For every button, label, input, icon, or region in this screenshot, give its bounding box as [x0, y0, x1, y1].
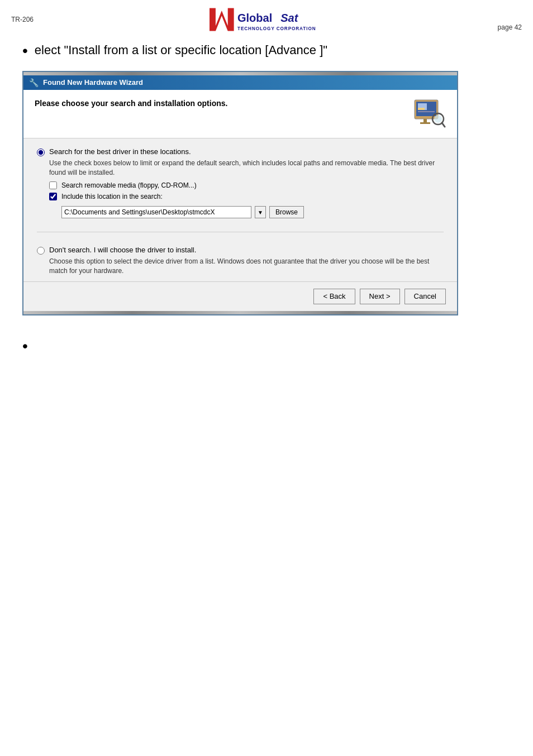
bottom-bullet-section: • [0, 327, 533, 366]
radio-option-2-label: Don't search. I will choose the driver t… [49, 246, 196, 254]
separator [37, 232, 444, 232]
radio-option-1-row[interactable]: Search for the best driver in these loca… [37, 147, 444, 156]
bullet-dot: • [22, 42, 28, 60]
checkbox-1-label: Search removable media (floppy, CD-ROM..… [61, 181, 197, 189]
bullet-item: • elect "Install from a list or specific… [22, 42, 511, 60]
svg-rect-8 [418, 108, 425, 110]
radio-option-2-row[interactable]: Don't search. I will choose the driver t… [37, 246, 444, 255]
bottom-bullet-dot: • [22, 337, 28, 355]
svg-rect-7 [418, 111, 435, 112]
radio-dont-search[interactable] [37, 247, 45, 255]
checkbox-2-label: Include this location in the search: [61, 193, 163, 200]
radio-option-1-desc: Use the check boxes below to limit or ex… [49, 159, 444, 178]
path-row: ▼ Browse [61, 206, 444, 218]
svg-text:Sat: Sat [281, 12, 299, 24]
checkbox-removable-media[interactable] [49, 181, 57, 189]
browse-button[interactable]: Browse [269, 206, 304, 218]
wizard-heading: Please choose your search and installati… [35, 99, 227, 108]
wizard-title: Found New Hardware Wizard [43, 78, 143, 87]
checkbox-include-location[interactable] [49, 193, 57, 200]
radio-group: Search for the best driver in these loca… [37, 147, 444, 276]
radio-search-best[interactable] [37, 149, 45, 156]
wizard-dialog: 🔧 Found New Hardware Wizard Please choos… [22, 71, 458, 315]
svg-text:TECHNOLOGY CORPORATION: TECHNOLOGY CORPORATION [237, 26, 316, 31]
page-number: page 42 [498, 23, 522, 34]
page-label: TR-206 [11, 16, 34, 23]
instruction-section: • elect "Install from a list or specific… [0, 34, 533, 65]
wizard-body: Please choose your search and installati… [23, 90, 457, 311]
wizard-heading-area: Please choose your search and installati… [35, 99, 227, 111]
wizard-icon [413, 99, 446, 129]
wizard-titlebar: 🔧 Found New Hardware Wizard [23, 75, 457, 90]
svg-text:Global: Global [237, 12, 272, 24]
back-button[interactable]: < Back [313, 289, 355, 304]
wizard-footer: < Back Next > Cancel [23, 281, 457, 311]
page-header: TR-206 Global Sat TECHNOLOGY CORPORATION… [0, 0, 533, 34]
instruction-text: elect "Install from a list or specific l… [35, 42, 327, 59]
wizard-title-icon: 🔧 [29, 78, 39, 87]
svg-point-12 [434, 115, 442, 123]
path-dropdown-button[interactable]: ▼ [255, 206, 266, 218]
cancel-button[interactable]: Cancel [404, 289, 446, 304]
radio-option-1: Search for the best driver in these loca… [37, 147, 444, 219]
svg-rect-10 [420, 122, 430, 124]
dialog-bottombar [23, 311, 457, 314]
sub-options: Search removable media (floppy, CD-ROM..… [49, 181, 444, 218]
wizard-top: Please choose your search and installati… [23, 90, 457, 138]
radio-option-1-label: Search for the best driver in these loca… [49, 147, 191, 156]
checkbox-option-1[interactable]: Search removable media (floppy, CD-ROM..… [49, 181, 444, 189]
radio-option-2-desc: Choose this option to select the device … [49, 257, 444, 276]
svg-line-13 [442, 123, 445, 127]
wizard-content: Search for the best driver in these loca… [23, 138, 457, 281]
next-button[interactable]: Next > [360, 289, 400, 304]
svg-rect-9 [423, 119, 427, 122]
path-input[interactable] [61, 206, 251, 218]
radio-option-2: Don't search. I will choose the driver t… [37, 246, 444, 276]
logo-area: Global Sat TECHNOLOGY CORPORATION [210, 6, 321, 34]
dialog-wrapper: 🔧 Found New Hardware Wizard Please choos… [0, 65, 533, 327]
checkbox-option-2[interactable]: Include this location in the search: [49, 193, 444, 200]
svg-marker-0 [210, 8, 234, 31]
globalsat-logo: Global Sat TECHNOLOGY CORPORATION [210, 6, 321, 34]
